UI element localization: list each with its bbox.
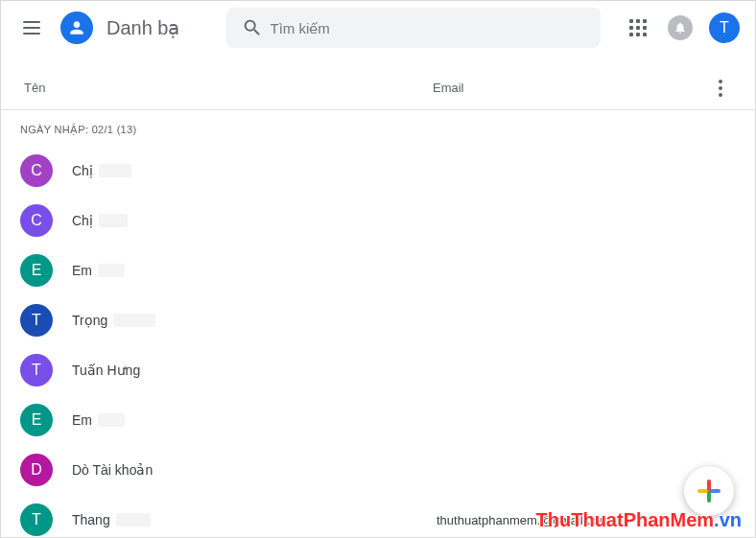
- column-header-name: Tên: [20, 81, 433, 95]
- contact-row[interactable]: EEm: [1, 246, 755, 295]
- contact-avatar: C: [20, 154, 53, 187]
- contact-name-text: Thang: [72, 512, 110, 527]
- contact-name: Trọng: [72, 313, 437, 328]
- contact-row[interactable]: TThangthuthuatphanmem.@gmail.com: [1, 495, 755, 538]
- contact-row[interactable]: CChị: [1, 196, 755, 246]
- google-apps-button[interactable]: [619, 9, 657, 47]
- list-settings-button[interactable]: [705, 73, 736, 104]
- app-header: Danh bạ T: [1, 1, 755, 55]
- redacted-text: [98, 264, 125, 277]
- contact-name: Em: [72, 263, 437, 278]
- search-icon: [242, 17, 263, 38]
- redacted-text: [113, 314, 155, 327]
- more-vert-icon: [719, 80, 722, 97]
- contact-name: Chị: [72, 213, 437, 228]
- contact-name-text: Chị: [72, 213, 93, 228]
- contact-avatar: T: [20, 304, 53, 337]
- bell-icon: [668, 15, 693, 40]
- column-header-email: Email: [433, 81, 705, 95]
- app-title: Danh bạ: [106, 16, 180, 39]
- notifications-button[interactable]: [661, 9, 699, 47]
- redacted-text: [98, 413, 125, 427]
- redacted-text: [116, 513, 151, 526]
- contact-avatar: T: [20, 354, 53, 386]
- contact-name: Em: [72, 412, 437, 428]
- apps-grid-icon: [629, 19, 647, 36]
- redacted-text: [99, 164, 131, 177]
- person-icon: [67, 18, 86, 37]
- contact-row[interactable]: EEm: [1, 395, 755, 445]
- column-header-row: Tên Email: [1, 66, 755, 110]
- contact-row[interactable]: CChị: [1, 146, 755, 196]
- contact-row[interactable]: DDò Tài khoản: [1, 445, 755, 495]
- contact-row[interactable]: TTrọng: [1, 295, 755, 345]
- contact-avatar: T: [20, 503, 53, 536]
- contact-name-text: Em: [72, 412, 92, 428]
- create-contact-fab[interactable]: [684, 466, 734, 516]
- contact-name-text: Chị: [72, 163, 93, 178]
- search-input[interactable]: [271, 20, 593, 36]
- contact-name: Thang: [72, 512, 437, 527]
- contact-name-text: Dò Tài khoản: [72, 462, 153, 478]
- contact-avatar: E: [20, 404, 53, 436]
- contact-name: Dò Tài khoản: [72, 462, 437, 478]
- contact-name: Tuấn Hưng: [72, 363, 437, 378]
- import-date-group-label: NGÀY NHẬP: 02/1 (13): [1, 110, 755, 146]
- account-avatar[interactable]: T: [709, 12, 740, 43]
- main-menu-button[interactable]: [12, 9, 51, 47]
- contact-list: CChịCChịEEmTTrọngTTuấn HưngEEmDDò Tài kh…: [1, 146, 755, 538]
- contact-avatar: E: [20, 254, 53, 287]
- contact-name-text: Tuấn Hưng: [72, 363, 140, 378]
- contacts-logo: [60, 12, 93, 44]
- contact-avatar: D: [20, 454, 53, 486]
- contact-email: thuthuatphanmem.@gmail.com: [437, 513, 736, 527]
- redacted-text: [99, 214, 128, 227]
- contact-name-text: Em: [72, 263, 92, 278]
- contact-avatar: C: [20, 204, 53, 237]
- contact-name: Chị: [72, 163, 437, 178]
- contact-row[interactable]: TTuấn Hưng: [1, 345, 755, 395]
- plus-multicolor-icon: [697, 480, 721, 503]
- contact-name-text: Trọng: [72, 313, 107, 328]
- search-box[interactable]: [226, 8, 601, 48]
- hamburger-icon: [23, 21, 40, 35]
